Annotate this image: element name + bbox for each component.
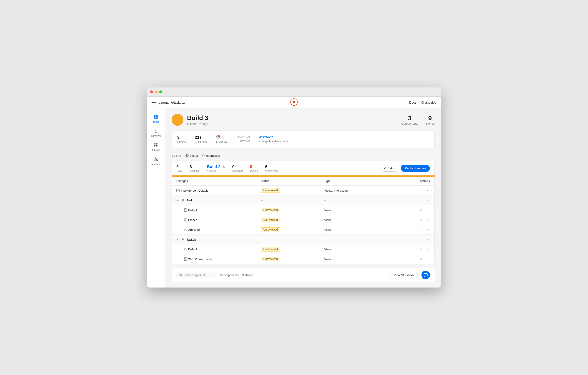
row-4-name: Archived	[188, 228, 200, 232]
search-input[interactable]	[184, 273, 213, 277]
sidebar-item-builds[interactable]: Builds	[147, 112, 165, 125]
stat-accepted: 0 Accepted	[232, 165, 243, 172]
summary-browsers-icon: ?	[216, 135, 227, 140]
chevron-down-icon[interactable]: ▼	[176, 199, 179, 202]
actions-2: ✓ ✕	[388, 208, 430, 212]
tab-visual[interactable]: Visual	[185, 154, 198, 157]
batch-label: Batch	[388, 166, 395, 170]
deny-icon-3[interactable]: ✕	[425, 218, 430, 222]
row-7-name: With Pinned Tasks	[188, 257, 212, 261]
accept-icon-2[interactable]: ✓	[419, 208, 423, 212]
col-changes: Changes	[176, 179, 261, 183]
stat-changes: 6 Changes	[189, 165, 200, 172]
tab-interaction[interactable]: Interaction	[201, 154, 220, 157]
svg-rect-33	[185, 209, 186, 211]
chevron-down-icon-5[interactable]: ▼	[176, 238, 179, 241]
summary-stories: 9 Stories	[177, 135, 186, 143]
summary-buildtime-label: Build time	[195, 140, 207, 143]
col-actions: Actions	[388, 179, 430, 183]
bottom-bar: 🔍 3 components 9 stories View Storybook	[172, 268, 435, 282]
stats-bar: 9 ? Tests 6 Changes Build 2 ?	[172, 161, 435, 176]
components-label: Components	[401, 122, 418, 125]
type-7: Visual	[324, 257, 388, 261]
menu-icon[interactable]	[152, 101, 156, 104]
table-row[interactable]: ▼ TaskList -- -- ✓	[172, 235, 434, 244]
table-header: Changes Status Type Actions	[172, 177, 434, 186]
stat-unreviewed: 6 Unreviewed	[265, 165, 278, 172]
status-badge-6: Unreviewed	[261, 247, 280, 252]
maximize-button[interactable]	[159, 90, 162, 93]
change-name-0: InboxScreen:Default	[176, 189, 261, 192]
actions-6: ✓ ✕	[388, 247, 430, 252]
deny-icon-0[interactable]: ✕	[425, 188, 430, 193]
accept-icon-6[interactable]: ✓	[419, 247, 423, 252]
stat-tests-num: 9 ?	[176, 165, 182, 169]
accept-icon-5[interactable]: ✓	[425, 237, 430, 242]
change-name-7: With Pinned Tasks	[176, 257, 261, 261]
table-row[interactable]: Archived Unreviewed Visual ✓ ✕	[172, 225, 434, 235]
branch-name: change-task-background	[259, 140, 289, 143]
type-1: --	[324, 199, 388, 202]
svg-text:?: ?	[180, 166, 181, 168]
sidebar-item-reviews[interactable]: Reviews	[147, 126, 165, 139]
status-badge-0: Unreviewed	[261, 188, 280, 193]
table-row[interactable]: Default Unreviewed Visual ✓ ✕	[172, 205, 434, 215]
batch-button[interactable]: ✓ Batch	[380, 165, 399, 172]
deny-icon-6[interactable]: ✕	[425, 247, 430, 252]
stat-ancestor-label: Ancestor	[207, 169, 225, 172]
status-4: Unreviewed	[261, 227, 324, 232]
build-initiated: Initiated 7m ago	[187, 122, 208, 126]
svg-rect-43	[183, 239, 183, 239]
check-icon: ✓	[384, 166, 386, 170]
close-button[interactable]	[150, 90, 153, 93]
accept-icon-7[interactable]: ✓	[419, 257, 423, 261]
table-row[interactable]: ▼ Task -- -- ✓	[172, 196, 434, 205]
accept-icon-3[interactable]: ✓	[419, 218, 423, 222]
tests-header: TESTS Visual Interaction	[172, 154, 435, 157]
verify-button[interactable]: Verify changes	[401, 165, 430, 172]
accept-icon-0[interactable]: ✓	[419, 188, 423, 193]
branch-link[interactable]: 45b3dc7	[259, 135, 273, 139]
titlebar	[147, 88, 441, 97]
svg-rect-39	[185, 229, 186, 230]
changelog-link[interactable]: Changelog	[421, 101, 436, 104]
visual-tab-label: Visual	[190, 154, 198, 157]
row-1-name: Task	[187, 199, 193, 202]
svg-text:?: ?	[222, 137, 224, 139]
manage-icon	[154, 157, 159, 162]
minimize-button[interactable]	[155, 90, 158, 93]
change-name-5: ▼ TaskList	[176, 238, 261, 241]
table-row[interactable]: With Pinned Tasks Unreviewed Visual ✓ ✕	[172, 254, 434, 264]
docs-link[interactable]: Docs	[409, 101, 416, 104]
group-icon-5	[181, 238, 184, 241]
status-2: Unreviewed	[261, 208, 324, 212]
svg-rect-36	[185, 219, 186, 221]
chat-fab-button[interactable]	[421, 271, 430, 279]
table-row[interactable]: Default Unreviewed Visual ✓ ✕	[172, 244, 434, 254]
accept-icon-1[interactable]: ✓	[425, 198, 430, 203]
accept-icon-4[interactable]: ✓	[419, 227, 423, 232]
row-6-name: Default	[188, 248, 198, 251]
search-wrap[interactable]: 🔍	[176, 272, 216, 278]
deny-icon-2[interactable]: ✕	[425, 208, 430, 212]
sidebar-item-manage[interactable]: Manage	[147, 154, 165, 168]
change-name-6: Default	[176, 248, 261, 251]
build-info: Build 3 Initiated 7m ago	[187, 114, 208, 126]
svg-rect-44	[182, 240, 182, 240]
ancestor-link[interactable]: Build 2	[207, 165, 220, 169]
eye-icon	[185, 154, 189, 157]
svg-rect-46	[185, 249, 186, 250]
table-row[interactable]: Pinned Unreviewed Visual ✓ ✕	[172, 215, 434, 225]
table-row[interactable]: InboxScreen:Default Unreviewed Visual, I…	[172, 186, 434, 196]
app-window: username/taskbox Docs Changelog	[147, 88, 441, 287]
view-storybook-button[interactable]: View Storybook	[390, 272, 418, 278]
group-icon-1	[181, 199, 184, 202]
sidebar-item-library[interactable]: Library	[147, 140, 165, 154]
deny-icon-7[interactable]: ✕	[425, 257, 430, 261]
topnav-left: username/taskbox	[152, 101, 185, 104]
stories-label: Stories	[426, 122, 435, 125]
page-icon-7	[184, 257, 187, 261]
svg-rect-30	[183, 199, 183, 200]
deny-icon-4[interactable]: ✕	[425, 227, 430, 232]
svg-point-15	[155, 160, 156, 161]
